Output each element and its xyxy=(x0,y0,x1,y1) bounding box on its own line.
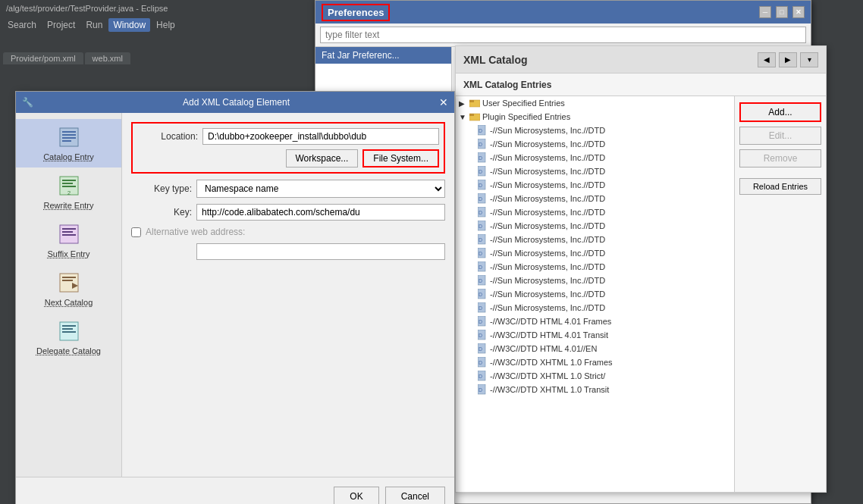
location-input[interactable] xyxy=(202,128,439,145)
preferences-maximize-btn[interactable]: □ xyxy=(776,6,788,18)
preferences-title-bar: Preferences ─ □ ✕ xyxy=(315,1,811,23)
dialog-body: Catalog Entry 2 Rewrite Entry xyxy=(16,113,454,477)
tree-entry-label-19: -//W3C//DTD XHTML 1.0 Transit xyxy=(490,385,609,394)
sidebar-rewrite-entry-label: Rewrite Entry xyxy=(43,201,93,210)
menu-help[interactable]: Help xyxy=(152,18,180,32)
xml-catalog-entries-title: XML Catalog Entries xyxy=(456,74,826,96)
tree-entry-8[interactable]: D -//Sun Microsystems, Inc.//DTD xyxy=(456,233,734,246)
doc-icon-6: D xyxy=(477,207,488,218)
svg-text:D: D xyxy=(479,155,482,161)
tree-entry-13[interactable]: D -//Sun Microsystems, Inc.//DTD xyxy=(456,301,734,315)
xml-catalog-body: ▶ User Specified Entries ▼ xyxy=(456,96,826,492)
svg-rect-15 xyxy=(62,277,76,278)
doc-icon-11: D xyxy=(477,275,488,286)
nav-fwd-btn[interactable]: ▶ xyxy=(779,52,797,67)
nav-extra-btn[interactable]: ▾ xyxy=(800,52,818,67)
menu-run[interactable]: Run xyxy=(81,18,107,32)
preferences-filter-input[interactable] xyxy=(320,27,806,43)
tree-entry-18[interactable]: D -//W3C//DTD XHTML 1.0 Strict/ xyxy=(456,369,734,383)
tree-entry-2[interactable]: D -//Sun Microsystems, Inc.//DTD xyxy=(456,151,734,164)
preferences-fat-jar-item[interactable]: Fat Jar Preferenc... xyxy=(315,47,451,64)
cancel-button[interactable]: Cancel xyxy=(385,487,445,505)
folder-icon-user xyxy=(469,98,480,108)
dialog-sidebar: Catalog Entry 2 Rewrite Entry xyxy=(16,113,122,477)
tree-entry-10[interactable]: D -//Sun Microsystems, Inc.//DTD xyxy=(456,260,734,274)
nav-back-btn[interactable]: ◀ xyxy=(758,52,776,67)
menu-window[interactable]: Window xyxy=(108,18,150,32)
dialog-title-icon: 🔧 xyxy=(22,97,33,108)
svg-text:D: D xyxy=(479,305,482,311)
xml-catalog-tree[interactable]: ▶ User Specified Entries ▼ xyxy=(456,96,735,492)
tree-entry-14[interactable]: D -//W3C//DTD HTML 4.01 Frames xyxy=(456,315,734,328)
filesystem-button[interactable]: File System... xyxy=(362,149,439,167)
folder-icon-plugin xyxy=(469,111,480,122)
tree-plugin-specified-label: Plugin Specified Entries xyxy=(482,112,570,121)
tree-entry-label-11: -//Sun Microsystems, Inc.//DTD xyxy=(490,276,605,285)
tree-entry-5[interactable]: D -//Sun Microsystems, Inc.//DTD xyxy=(456,192,734,205)
tree-entry-12[interactable]: D -//Sun Microsystems, Inc.//DTD xyxy=(456,287,734,301)
tree-entry-label-16: -//W3C//DTD HTML 4.01//EN xyxy=(490,344,597,353)
alt-web-input[interactable] xyxy=(196,243,445,260)
svg-rect-12 xyxy=(62,231,73,233)
tree-entry-label-1: -//Sun Microsystems, Inc.//DTD xyxy=(490,139,605,149)
eclipse-menu-bar: Search Project Run Window Help xyxy=(0,17,319,33)
tree-plugin-specified[interactable]: ▼ Plugin Specified Entries xyxy=(456,110,734,124)
sidebar-catalog-entry[interactable]: Catalog Entry xyxy=(16,119,121,167)
tree-entry-0[interactable]: D -//Sun Microsystems, Inc.//DTD xyxy=(456,124,734,137)
preferences-filter-area xyxy=(315,23,811,47)
sidebar-delegate-catalog[interactable]: Delegate Catalog xyxy=(16,313,121,362)
menu-project[interactable]: Project xyxy=(42,18,80,32)
editor-tab-web[interactable]: web.xml xyxy=(85,52,130,64)
expand-user-specified-icon: ▶ xyxy=(459,99,468,108)
tree-entry-11[interactable]: D -//Sun Microsystems, Inc.//DTD xyxy=(456,274,734,287)
preferences-close-btn[interactable]: ✕ xyxy=(792,6,805,18)
xml-reload-button[interactable]: Reload Entries xyxy=(739,178,821,195)
tree-entry-7[interactable]: D -//Sun Microsystems, Inc.//DTD xyxy=(456,219,734,233)
sidebar-suffix-entry[interactable]: Suffix Entry xyxy=(16,216,121,265)
sidebar-rewrite-entry[interactable]: 2 Rewrite Entry xyxy=(16,167,121,216)
doc-icon-1: D xyxy=(477,139,488,149)
alt-web-row: Alternative web address: xyxy=(131,227,445,237)
doc-icon-13: D xyxy=(477,302,488,313)
tree-entry-1[interactable]: D -//Sun Microsystems, Inc.//DTD xyxy=(456,137,734,151)
xml-add-button[interactable]: Add... xyxy=(739,102,821,122)
key-input[interactable] xyxy=(196,204,445,221)
tree-entry-15[interactable]: D -//W3C//DTD HTML 4.01 Transit xyxy=(456,328,734,342)
tree-entry-label-15: -//W3C//DTD HTML 4.01 Transit xyxy=(490,330,608,340)
close-icon: ✕ xyxy=(796,8,802,16)
tree-entry-label-5: -//Sun Microsystems, Inc.//DTD xyxy=(490,194,605,203)
xml-remove-button[interactable]: Remove xyxy=(739,149,821,167)
doc-icon-0: D xyxy=(477,125,488,136)
sidebar-next-catalog[interactable]: Next Catalog xyxy=(16,265,121,313)
key-type-select[interactable]: Namespace name Public ID System ID URI xyxy=(196,180,445,198)
tree-entry-6[interactable]: D -//Sun Microsystems, Inc.//DTD xyxy=(456,205,734,219)
tree-entry-label-14: -//W3C//DTD HTML 4.01 Frames xyxy=(490,317,611,326)
ok-button[interactable]: OK xyxy=(334,487,378,505)
tree-entry-16[interactable]: D -//W3C//DTD HTML 4.01//EN xyxy=(456,342,734,355)
minimize-icon: ─ xyxy=(763,8,767,16)
svg-rect-14 xyxy=(60,274,78,292)
menu-search[interactable]: Search xyxy=(3,18,41,32)
tree-entry-17[interactable]: D -//W3C//DTD XHTML 1.0 Frames xyxy=(456,355,734,369)
tree-entry-9[interactable]: D -//Sun Microsystems, Inc.//DTD xyxy=(456,246,734,260)
alt-web-checkbox[interactable] xyxy=(131,227,141,237)
svg-rect-23 xyxy=(469,100,474,102)
xml-catalog-header: XML Catalog ◀ ▶ ▾ xyxy=(456,46,826,74)
preferences-minimize-btn[interactable]: ─ xyxy=(759,6,771,18)
dialog-close-btn[interactable]: ✕ xyxy=(439,96,448,108)
xml-edit-button[interactable]: Edit... xyxy=(739,127,821,145)
preferences-title: Preferences xyxy=(322,4,390,21)
tree-user-specified[interactable]: ▶ User Specified Entries xyxy=(456,96,734,110)
svg-text:D: D xyxy=(479,210,482,215)
tree-entry-3[interactable]: D -//Sun Microsystems, Inc.//DTD xyxy=(456,164,734,178)
expand-plugin-specified-icon: ▼ xyxy=(459,113,468,121)
alt-web-label: Alternative web address: xyxy=(146,227,245,237)
svg-rect-11 xyxy=(62,228,76,230)
doc-icon-15: D xyxy=(477,330,488,340)
dialog-title-bar: 🔧 Add XML Catalog Element ✕ xyxy=(16,92,454,113)
svg-text:D: D xyxy=(479,374,482,379)
tree-entry-19[interactable]: D -//W3C//DTD XHTML 1.0 Transit xyxy=(456,383,734,396)
workspace-button[interactable]: Workspace... xyxy=(286,149,359,167)
editor-tab-pom[interactable]: Provider/pom.xml xyxy=(3,52,83,64)
tree-entry-4[interactable]: D -//Sun Microsystems, Inc.//DTD xyxy=(456,178,734,192)
